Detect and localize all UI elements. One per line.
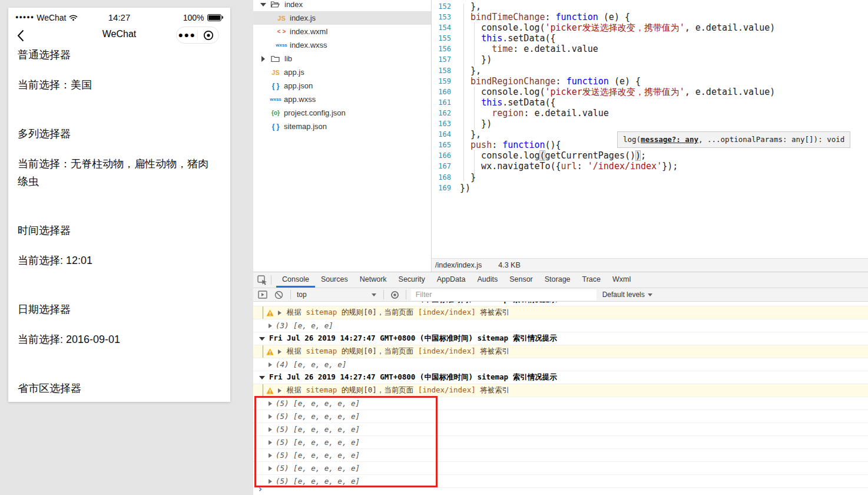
chevron-down-icon[interactable] [260,3,266,6]
file-label: app.js [284,68,304,77]
wifi-icon [69,14,78,21]
picker-current-value[interactable]: 当前选择：美国 [18,76,215,94]
folder-icon [269,55,281,62]
warning-icon [266,309,274,316]
code-line: 162 region: e.detail.value [432,108,868,118]
code-editor[interactable]: 152 },153 bindTimeChange: function (e) {… [432,0,868,258]
console-messages: Fri Jul 26 2019 14:27:46 GMT+0800 (中国标准时… [253,302,868,495]
context-selector[interactable]: top [297,291,307,299]
file-label: app.json [284,81,313,90]
tree-file-app-wxss[interactable]: wxssapp.wxss [253,93,431,106]
file-type-icon: JS [274,15,287,22]
code-line: 157 }) [432,54,868,65]
default-levels-dropdown[interactable]: Default levels [602,291,652,299]
picker-current-value[interactable]: 当前选择：无脊柱动物，扁性动物，猪肉绦虫 [18,155,215,190]
chevron-right-icon[interactable] [278,388,281,393]
inspect-element-icon[interactable] [253,272,271,288]
phone-screen: ●●●●● WeChat 14:27 100% WeChat ●●● [8,8,230,402]
group-title: Fri Jul 26 2019 14:27:47 GMT+0800 (中国标准时… [269,334,557,344]
console-toolbar: top Filter Default levels [253,288,868,302]
chevron-right-icon[interactable] [278,311,281,315]
file-label: sitemap.json [284,122,327,131]
console-prompt[interactable]: › [257,484,263,494]
tree-file-index-wxml[interactable]: < >index.wxml [253,25,431,38]
carrier-label: WeChat [37,13,66,22]
prompt-chevron-icon: › [257,483,263,494]
battery-percent-label: 100% [183,13,204,22]
context-caret-icon[interactable] [372,293,376,296]
code-line: 153 bindTimeChange: function (e) { [432,12,868,22]
file-status-bar: /index/index.js 4.3 KB [432,258,868,272]
red-annotation-box [254,396,438,487]
picker-section-title: 日期选择器 [18,301,215,318]
tree-file-sitemap-json[interactable]: { }sitemap.json [253,120,431,133]
tree-file-project-config-json[interactable]: {o}project.config.json [253,106,431,120]
file-label: app.wxss [284,95,316,104]
warning-text: 根据 sitemap 的规则[0]，当前页面 [index/index] 将被索… [287,308,509,318]
picker-section-title: 时间选择器 [18,222,215,239]
tree-file-app-js[interactable]: JSapp.js [253,65,431,79]
file-type-icon: wxss [268,97,281,102]
tree-file-app-json[interactable]: { }app.json [253,79,431,93]
phone-status-bar: ●●●●● WeChat 14:27 100% [8,8,230,23]
chevron-down-icon[interactable] [259,337,265,341]
console-warning-row[interactable]: 根据 sitemap 的规则[0]，当前页面 [index/index] 将被索… [253,306,868,319]
tree-file-index-js[interactable]: JSindex.js [253,11,431,25]
chevron-right-icon[interactable] [269,362,272,367]
console-warning-row[interactable]: 根据 sitemap 的规则[0]，当前页面 [index/index] 将被索… [253,345,868,358]
file-type-icon: { } [268,123,281,131]
tab-storage[interactable]: Storage [539,272,577,288]
console-sidebar-icon[interactable] [258,291,267,299]
folder-icon [269,1,281,8]
picker-demo-content: 普通选择器当前选择：美国多列选择器当前选择：无脊柱动物，扁性动物，猪肉绦虫时间选… [8,46,230,397]
tab-sources[interactable]: Sources [315,272,354,288]
clock-label: 14:27 [108,12,131,22]
tab-security[interactable]: Security [393,272,431,288]
file-label: index.js [290,14,316,22]
code-line: 154 console.log('picker发送选择改变，携带值为', e.d… [432,22,868,33]
chevron-right-icon[interactable] [261,56,265,62]
tab-wxml[interactable]: Wxml [607,272,637,288]
code-line: 163 }) [432,118,868,129]
tree-folder-index[interactable]: index [253,0,431,11]
file-label: index.wxml [290,27,327,36]
tab-appdata[interactable]: AppData [431,272,472,288]
console-group-header[interactable]: Fri Jul 26 2019 14:27:47 GMT+0800 (中国标准时… [253,332,868,345]
file-size-label: 4.3 KB [498,261,521,269]
picker-current-value[interactable]: 当前选择: 12:01 [18,252,215,269]
chevron-down-icon[interactable] [259,376,265,380]
tab-trace[interactable]: Trace [577,272,607,288]
file-label: project.config.json [284,108,346,117]
code-line: 166 console.log(getCurrentPages()); [432,150,868,161]
eye-icon[interactable] [390,291,400,299]
devtools-tab-bar: ConsoleSourcesNetworkSecurityAppDataAudi… [253,272,868,288]
tab-network[interactable]: Network [354,272,393,288]
tree-folder-lib[interactable]: lib [253,52,431,65]
console-group-header[interactable]: Fri Jul 26 2019 14:27:46 GMT+0800 (中国标准时… [253,302,868,306]
tab-sensor[interactable]: Sensor [503,272,539,288]
capsule-menu[interactable]: ●●● [176,27,219,44]
console-array-row[interactable]: (3) [e, e, e] [253,319,868,332]
file-label: index.wxss [290,41,327,50]
tab-audits[interactable]: Audits [471,272,503,288]
console-group-header[interactable]: Fri Jul 26 2019 14:27:47 GMT+0800 (中国标准时… [253,371,868,384]
warning-icon [266,387,274,394]
picker-current-value[interactable]: 当前选择: 2016-09-01 [18,331,215,348]
clear-console-icon[interactable] [274,291,283,299]
warning-icon [266,348,274,355]
exit-minibar-icon[interactable] [198,30,218,41]
more-menu-icon[interactable]: ●●● [177,27,197,44]
phone-nav-bar: WeChat ●●● [8,23,230,49]
console-array-row[interactable]: (4) [e, e, e, e] [253,358,868,371]
signature-tooltip: log(message?: any, ...optionalParams: an… [617,131,850,148]
console-warning-row[interactable]: 根据 sitemap 的规则[0]，当前页面 [index/index] 将被索… [253,384,868,397]
chevron-right-icon[interactable] [278,349,281,354]
tree-file-index-wxss[interactable]: wxssindex.wxss [253,38,431,52]
code-line: 168 } [432,172,868,183]
code-line: 161 this.setData({ [432,97,868,108]
chevron-right-icon[interactable] [269,324,272,328]
file-tree: indexJSindex.js< >index.wxmlwxssindex.wx… [253,0,432,272]
tab-console[interactable]: Console [276,272,315,288]
filter-input[interactable]: Filter [411,289,597,301]
file-type-icon: { } [268,82,281,90]
